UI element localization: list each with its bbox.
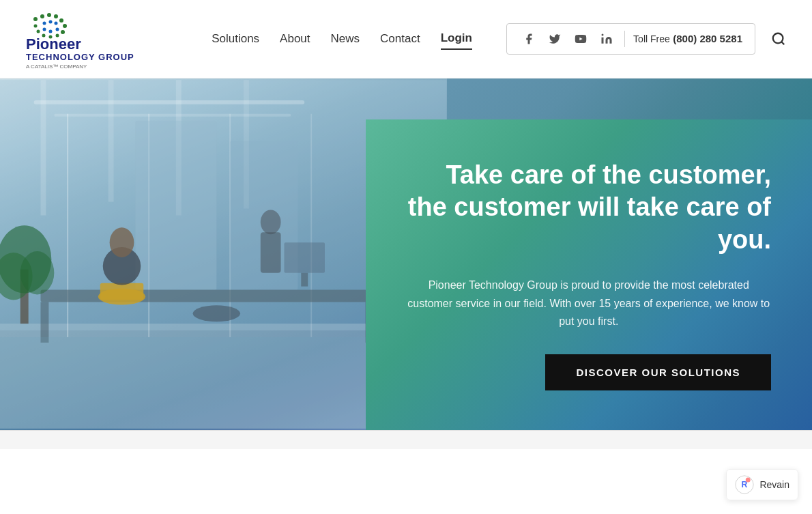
svg-point-6 (61, 30, 65, 34)
svg-point-14 (55, 22, 58, 25)
toll-free-label: Toll Free (633, 33, 670, 44)
header-right: Toll Free (800) 280 5281 (506, 23, 792, 55)
main-nav: Solutions About News Contact Login (212, 28, 472, 50)
svg-rect-40 (41, 290, 379, 302)
youtube-icon[interactable] (571, 29, 590, 48)
nav-solutions[interactable]: Solutions (212, 29, 259, 49)
svg-point-24 (773, 33, 783, 44)
logo[interactable]: Pioneer TECHNOLOGY GROUP A CATALIS™ COMP… (20, 8, 150, 70)
svg-point-13 (49, 20, 53, 24)
revain-badge[interactable]: R Revain (726, 469, 798, 500)
svg-point-0 (33, 17, 38, 21)
svg-point-12 (43, 22, 46, 25)
svg-point-46 (110, 227, 134, 257)
svg-rect-32 (34, 100, 305, 104)
nav-login[interactable]: Login (441, 28, 472, 50)
linkedin-icon[interactable] (597, 29, 616, 48)
svg-point-47 (193, 305, 240, 322)
svg-line-25 (781, 42, 784, 44)
nav-contact[interactable]: Contact (380, 29, 420, 49)
svg-rect-41 (41, 302, 49, 343)
svg-point-4 (59, 18, 63, 23)
svg-point-3 (54, 14, 58, 18)
svg-text:A CATALIS™ COMPANY: A CATALIS™ COMPANY (26, 63, 87, 70)
svg-point-17 (43, 28, 46, 31)
logo-area: Pioneer TECHNOLOGY GROUP A CATALIS™ COMP… (20, 8, 150, 70)
social-icons (519, 29, 616, 48)
nav-about[interactable]: About (280, 29, 310, 49)
social-phone-container: Toll Free (800) 280 5281 (506, 23, 755, 55)
svg-text:TECHNOLOGY GROUP: TECHNOLOGY GROUP (26, 52, 134, 62)
svg-text:Pioneer: Pioneer (26, 35, 81, 53)
svg-rect-22 (602, 38, 604, 44)
search-button[interactable] (766, 26, 792, 52)
discover-solutions-button[interactable]: DISCOVER OUR SOLUTIONS (545, 354, 771, 390)
hero-headline: Take care of the customer, the customer … (407, 159, 772, 257)
svg-point-10 (37, 30, 40, 33)
hero-subtext: Pioneer Technology Group is proud to pro… (407, 276, 772, 330)
revain-label: Revain (759, 479, 789, 490)
svg-point-15 (56, 28, 59, 31)
vertical-divider (624, 31, 625, 47)
svg-point-48 (261, 210, 281, 235)
svg-point-23 (602, 34, 604, 36)
svg-point-59 (746, 478, 751, 483)
svg-point-2 (47, 13, 51, 17)
nav-news[interactable]: News (331, 29, 360, 49)
footer-area (0, 430, 812, 449)
site-header: Pioneer TECHNOLOGY GROUP A CATALIS™ COMP… (0, 0, 812, 78)
hero-content-panel: Take care of the customer, the customer … (366, 119, 813, 430)
twitter-icon[interactable] (545, 29, 564, 48)
svg-rect-54 (285, 242, 325, 273)
svg-point-16 (49, 30, 53, 33)
phone-info: Toll Free (800) 280 5281 (633, 33, 742, 45)
svg-point-5 (63, 24, 67, 28)
facebook-icon[interactable] (519, 29, 538, 48)
svg-rect-44 (100, 283, 143, 300)
hero-section: Take care of the customer, the customer … (0, 78, 812, 430)
revain-icon: R (735, 475, 754, 494)
svg-rect-38 (135, 121, 216, 290)
phone-number: (800) 280 5281 (673, 33, 742, 44)
svg-point-1 (40, 14, 44, 18)
svg-point-11 (34, 25, 38, 28)
svg-rect-49 (261, 232, 281, 273)
svg-point-53 (20, 251, 55, 294)
svg-rect-33 (54, 114, 291, 117)
svg-rect-29 (108, 80, 114, 201)
svg-rect-55 (301, 273, 308, 287)
